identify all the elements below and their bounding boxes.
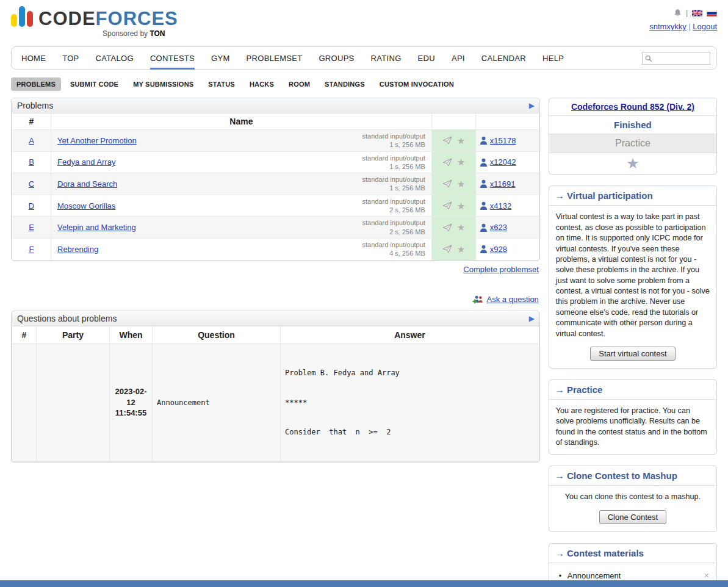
- contest-title-link[interactable]: Codeforces Round 852 (Div. 2): [571, 102, 694, 112]
- clone-contest-button[interactable]: Clone Contest: [599, 510, 666, 524]
- nav-item-api[interactable]: API: [452, 47, 465, 70]
- favorite-star-icon[interactable]: ★: [457, 136, 465, 145]
- subnav-item-custom-invocation[interactable]: CUSTOM INVOCATION: [374, 77, 460, 91]
- material-announcement-link[interactable]: Announcement: [568, 571, 621, 580]
- problems-box-caption: Problems ▶: [12, 98, 539, 113]
- nav-item-home[interactable]: HOME: [21, 47, 46, 70]
- problem-name-link[interactable]: Fedya and Array: [57, 157, 115, 167]
- problem-name-link[interactable]: Dora and Search: [57, 179, 117, 189]
- logo-text: CODEFORCES: [38, 9, 178, 28]
- submit-plane-icon[interactable]: [442, 158, 452, 167]
- favorite-contest-star-icon[interactable]: ★: [626, 155, 640, 171]
- solved-count-link[interactable]: x12042: [490, 157, 516, 167]
- problem-letter-link[interactable]: B: [29, 157, 34, 167]
- virtual-participation-text: Virtual contest is a way to take part in…: [549, 206, 716, 345]
- complete-problemset-link[interactable]: Complete problemset: [463, 265, 539, 274]
- codeforces-logo[interactable]: CODEFORCES: [11, 6, 178, 28]
- problem-name-link[interactable]: Velepin and Marketing: [57, 223, 136, 232]
- solved-count-link[interactable]: x623: [490, 223, 507, 232]
- table-row: A Yet Another Promotion standard input/o…: [12, 130, 539, 152]
- close-icon[interactable]: ×: [704, 571, 709, 580]
- submit-plane-icon[interactable]: [442, 136, 452, 145]
- logo-text-code: CODE: [38, 8, 96, 29]
- favorite-star-icon[interactable]: ★: [457, 157, 465, 167]
- subnav-item-status[interactable]: STATUS: [203, 77, 240, 91]
- username-link[interactable]: sntmxykky: [649, 22, 687, 31]
- virtual-participation-box: → Virtual participation Virtual contest …: [549, 185, 717, 369]
- caption-expand-icon[interactable]: ▶: [529, 101, 535, 110]
- solved-person-icon: [480, 136, 488, 145]
- subnav-item-submit-code[interactable]: SUBMIT CODE: [65, 77, 124, 91]
- questions-box: Questions about problems ▶ # Party When …: [11, 311, 540, 463]
- solved-count-link[interactable]: x15178: [490, 136, 516, 145]
- solved-count-link[interactable]: x11691: [490, 179, 516, 189]
- nav-item-catalog[interactable]: CATALOG: [96, 47, 134, 70]
- nav-item-gym[interactable]: GYM: [211, 47, 230, 70]
- nav-item-calendar[interactable]: CALENDAR: [481, 47, 526, 70]
- favorite-star-icon[interactable]: ★: [457, 201, 465, 211]
- problem-name-link[interactable]: Moscow Gorillas: [57, 201, 115, 211]
- virtual-participation-title: → Virtual participation: [549, 186, 716, 206]
- subnav-item-room[interactable]: ROOM: [283, 77, 315, 91]
- nav-item-edu[interactable]: EDU: [418, 47, 435, 70]
- problems-box: Problems ▶ # Name: [11, 98, 540, 261]
- nav-item-groups[interactable]: GROUPS: [319, 47, 354, 70]
- start-virtual-contest-button[interactable]: Start virtual contest: [590, 347, 675, 361]
- nav-item-rating[interactable]: RATING: [371, 47, 402, 70]
- problem-letter-link[interactable]: E: [29, 223, 34, 232]
- problem-letter-link[interactable]: A: [29, 136, 34, 145]
- complete-problemset-row: Complete problemset: [12, 265, 539, 274]
- nav-item-top[interactable]: TOP: [62, 47, 79, 70]
- favorite-star-icon[interactable]: ★: [457, 245, 465, 254]
- search-box: [642, 52, 710, 65]
- problem-letter-link[interactable]: F: [29, 245, 34, 254]
- col-header-index: #: [12, 113, 51, 130]
- contest-star-row: ★: [549, 153, 716, 174]
- contest-mode: Practice: [549, 134, 716, 153]
- logo-bar-yellow: [11, 14, 17, 27]
- user-separator: |: [688, 23, 690, 31]
- caption-expand-icon[interactable]: ▶: [529, 314, 535, 323]
- ask-question-link[interactable]: Ask a question: [487, 295, 539, 304]
- q-col-when: When: [110, 326, 153, 344]
- logo-bar-blue: [19, 6, 25, 27]
- problems-table: # Name A Yet Another Promotion sta: [12, 113, 539, 261]
- solved-count-link[interactable]: x928: [490, 245, 507, 254]
- sidebar: Codeforces Round 852 (Div. 2) Finished P…: [549, 98, 717, 587]
- subnav-item-standings[interactable]: STANDINGS: [319, 77, 370, 91]
- header-right: |: [649, 6, 717, 31]
- problem-name-link[interactable]: Rebrending: [57, 245, 98, 254]
- search-input[interactable]: [655, 54, 708, 63]
- logo-bars-icon: [11, 6, 33, 28]
- main-nav: HOME TOP CATALOG CONTESTS GYM PROBLEMSET…: [11, 46, 717, 70]
- nav-item-problemset[interactable]: PROBLEMSET: [247, 47, 303, 70]
- problems-box-title: Problems: [17, 101, 53, 110]
- submit-plane-icon[interactable]: [442, 223, 452, 232]
- contest-materials-title: → Contest materials: [549, 544, 716, 563]
- submit-plane-icon[interactable]: [442, 179, 452, 188]
- question-when: 2023-02-12 11:54:55: [110, 344, 153, 461]
- sponsor-prefix: Sponsored by: [103, 29, 148, 38]
- nav-item-help[interactable]: HELP: [542, 47, 564, 70]
- problem-letter-link[interactable]: D: [29, 201, 34, 211]
- submit-plane-icon[interactable]: [442, 245, 452, 253]
- header-icons-row: |: [649, 7, 717, 18]
- problem-name-link[interactable]: Yet Another Promotion: [57, 136, 137, 145]
- contest-status: Finished: [549, 116, 716, 134]
- favorite-star-icon[interactable]: ★: [457, 179, 465, 189]
- ru-flag-icon[interactable]: [707, 10, 717, 16]
- subnav-item-my-submissions[interactable]: MY SUBMISSIONS: [128, 77, 199, 91]
- subnav-item-hacks[interactable]: HACKS: [244, 77, 279, 91]
- logo-block: CODEFORCES Sponsored by TON: [11, 6, 178, 38]
- q-col-index: #: [12, 326, 37, 344]
- bell-icon[interactable]: [674, 9, 682, 17]
- problem-letter-link[interactable]: C: [29, 179, 34, 189]
- col-header-name: Name: [51, 113, 432, 130]
- logout-link[interactable]: Logout: [693, 22, 717, 31]
- solved-count-link[interactable]: x4132: [490, 201, 511, 211]
- uk-flag-icon[interactable]: [692, 10, 702, 16]
- favorite-star-icon[interactable]: ★: [457, 223, 465, 232]
- nav-item-contests[interactable]: CONTESTS: [150, 47, 195, 70]
- submit-plane-icon[interactable]: [442, 201, 452, 210]
- subnav-item-problems[interactable]: PROBLEMS: [11, 77, 61, 91]
